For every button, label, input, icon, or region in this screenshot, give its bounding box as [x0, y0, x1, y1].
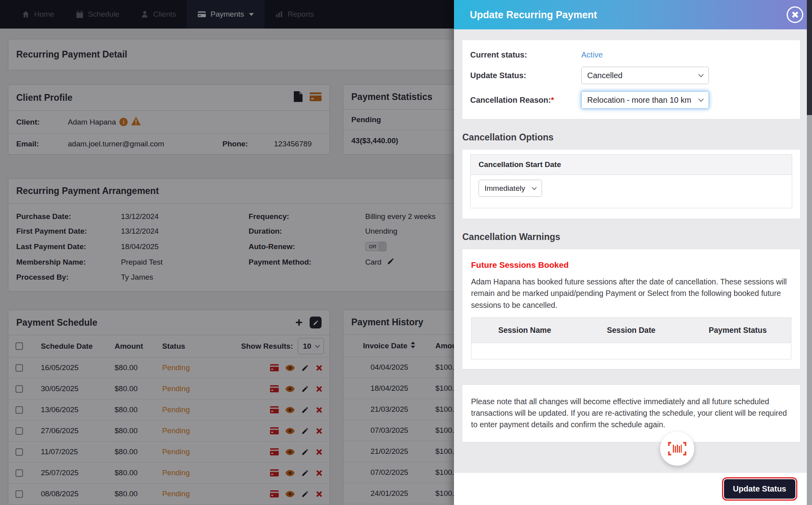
start-date-value: Immediately	[485, 184, 525, 193]
close-icon[interactable]	[787, 6, 803, 23]
future-sessions-text: Adam Hapana has booked future sessions a…	[471, 276, 791, 311]
chevron-down-icon	[698, 74, 704, 77]
cancellation-options-card: Cancellation Start Date Immediately	[462, 149, 801, 219]
col-session-name: Session Name	[471, 318, 578, 343]
scrollbar-thumb[interactable]	[807, 0, 812, 115]
status-section: Current status: Active Update Status: Ca…	[462, 40, 801, 119]
required-mark: *	[551, 96, 554, 104]
sessions-table: Session Name Session Date Payment Status	[471, 317, 791, 359]
update-status-value: Cancelled	[587, 71, 622, 80]
current-status-value: Active	[581, 50, 603, 60]
update-status-label: Update Status:	[470, 71, 581, 80]
update-status-select[interactable]: Cancelled	[581, 67, 709, 84]
cancellation-reason-select[interactable]: Relocation - more than 10 km	[581, 91, 709, 109]
sessions-empty-row	[471, 343, 791, 359]
cancellation-warnings-heading: Cancellation Warnings	[462, 232, 801, 242]
cancellation-reason-value: Relocation - more than 10 km	[587, 96, 691, 105]
col-payment-status: Payment Status	[684, 318, 791, 343]
note-card: Please note that all changes will become…	[462, 384, 801, 442]
recurring-payment-page: Home Schedule Clients Payments Reports R…	[0, 0, 812, 505]
modal-title: Update Recurring Payment	[470, 9, 597, 21]
modal-footer: Update Status	[454, 473, 812, 505]
col-session-date: Session Date	[578, 318, 685, 343]
start-date-label: Cancellation Start Date	[471, 155, 792, 175]
update-status-button[interactable]: Update Status	[724, 479, 795, 499]
chevron-down-icon	[698, 98, 704, 102]
cancellation-warnings-card: Future Sessions Booked Adam Hapana has b…	[462, 249, 801, 369]
current-status-label: Current status:	[470, 50, 581, 60]
chevron-down-icon	[532, 187, 537, 190]
future-sessions-title: Future Sessions Booked	[471, 260, 791, 270]
start-date-select[interactable]: Immediately	[479, 180, 542, 197]
modal-scrollbar[interactable]	[807, 0, 812, 505]
barcode-loader-icon	[660, 432, 694, 466]
modal-body: Current status: Active Update Status: Ca…	[454, 29, 812, 473]
update-recurring-payment-modal: Update Recurring Payment Current status:…	[454, 0, 812, 505]
modal-header: Update Recurring Payment	[454, 0, 812, 29]
cancellation-options-heading: Cancellation Options	[462, 132, 801, 143]
cancellation-reason-label: Cancellation Reason:*	[470, 96, 581, 105]
